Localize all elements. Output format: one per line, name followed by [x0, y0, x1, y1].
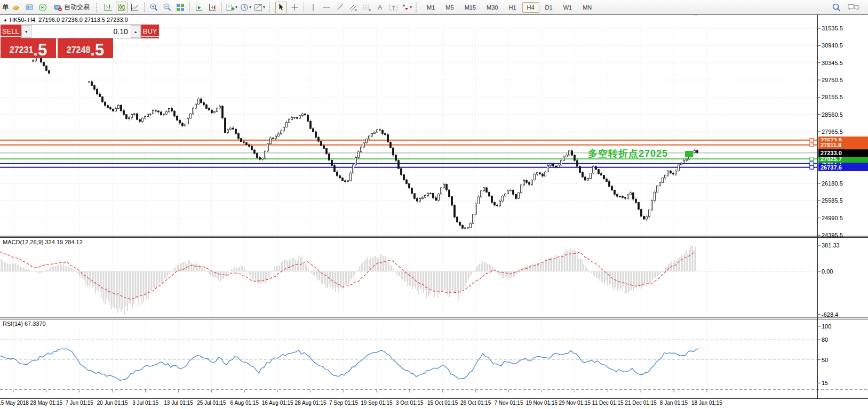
periods-icon[interactable]: ▾	[240, 2, 252, 13]
bar-chart-icon[interactable]	[102, 2, 114, 13]
candlestick-chart-icon[interactable]	[116, 2, 128, 13]
chart-scroll-marker: ˆ	[695, 14, 697, 20]
hline-price-label[interactable]: 27511.8	[818, 141, 868, 149]
hline-price-label[interactable]: 26737.6	[818, 164, 868, 171]
auto-scroll-icon[interactable]	[193, 2, 205, 13]
profile-icon[interactable]	[23, 2, 35, 13]
toolbar: 单 自动交易 ▾ ▾	[0, 0, 868, 15]
templates-dropdown-caret[interactable]: ▾	[263, 5, 265, 10]
macd-tick-label: -628.4	[822, 311, 838, 318]
rsi-tick-label: 80	[822, 336, 828, 343]
rsi-tick-label: 15	[822, 380, 828, 386]
sell-price-button[interactable]: 27231 .5	[1, 38, 56, 58]
periods-dropdown-caret[interactable]: ▾	[249, 5, 251, 10]
macd-tick-label: 381.33	[822, 242, 840, 248]
pane-splitter[interactable]	[0, 235, 868, 238]
hline-handle[interactable]	[810, 143, 814, 147]
timeframe-m5[interactable]: M5	[441, 2, 458, 13]
cursor-icon[interactable]	[275, 2, 287, 13]
timeframe-m15[interactable]: M15	[460, 2, 481, 13]
buy-price-fraction: .5	[90, 44, 104, 57]
timeframe-group: M1M5M15M30H1H4D1W1MN	[422, 2, 596, 13]
annotation-text[interactable]: 多空转折点27025	[588, 147, 668, 160]
timeframe-m30[interactable]: M30	[482, 2, 503, 13]
toolbar-grip	[96, 3, 99, 12]
trendline-icon[interactable]	[334, 2, 346, 13]
tile-windows-icon[interactable]	[174, 2, 186, 13]
indicators-icon[interactable]: ▾	[225, 2, 238, 13]
autotrading-button[interactable]: 自动交易	[50, 2, 93, 13]
chat-icon[interactable]	[847, 2, 861, 13]
toolbar-separator	[304, 2, 304, 12]
price-tick-label: 24395.5	[822, 232, 843, 238]
buy-button[interactable]: BUY	[141, 25, 159, 38]
pane-splitter[interactable]	[0, 317, 868, 319]
timeframe-h1[interactable]: H1	[504, 2, 521, 13]
timeframe-h4[interactable]: H4	[522, 2, 539, 13]
hline-price-label[interactable]: 27233.0	[818, 149, 868, 157]
svg-text:F: F	[369, 9, 371, 12]
collapse-panel-icon[interactable]: ▲	[3, 18, 7, 22]
ohlc-values: 27196.0 27236.0 27113.5 27233.0	[38, 17, 128, 23]
macd-indicator-label: MACD(12,26,9) 324.19 284.12	[3, 239, 83, 245]
text-icon[interactable]: A	[374, 2, 386, 13]
hline-handle[interactable]	[810, 157, 814, 161]
toolbar-separator	[189, 2, 190, 12]
fibonacci-icon[interactable]: F	[361, 2, 372, 13]
autotrading-robot-icon	[53, 3, 62, 12]
sell-button[interactable]: SELL	[1, 25, 21, 38]
volume-input[interactable]	[31, 25, 131, 38]
zoom-out-icon[interactable]	[161, 2, 173, 13]
crosshair-icon[interactable]	[289, 2, 300, 13]
equidistant-channel-icon[interactable]: E	[347, 2, 359, 13]
symbol-period: HK50-,H4	[10, 17, 35, 23]
horizontal-line-icon[interactable]	[321, 2, 332, 13]
line-chart-icon[interactable]	[129, 2, 141, 13]
chart-shift-icon[interactable]	[206, 2, 218, 13]
macd-tick-label: 0.00	[822, 268, 833, 275]
timeframe-mn[interactable]: MN	[578, 2, 596, 13]
hline-handle[interactable]	[810, 165, 814, 169]
price-tick-label: 28560.5	[822, 111, 843, 118]
toolbar-grip	[269, 3, 272, 12]
price-tick-label: 30345.5	[822, 60, 843, 66]
rsi-tick-label: 100	[822, 323, 831, 330]
buy-price-button[interactable]: 27248 .5	[58, 38, 113, 58]
templates-icon[interactable]: ▾	[253, 2, 266, 13]
arrows-dropdown-caret[interactable]: ▾	[410, 5, 412, 10]
chart-canvas[interactable]	[0, 15, 868, 409]
indicators-dropdown-caret[interactable]: ▾	[235, 5, 237, 10]
sell-price: 27231	[10, 46, 34, 54]
signals-icon[interactable]	[37, 2, 49, 13]
annotation-marker[interactable]	[685, 151, 693, 157]
buy-price: 27248	[67, 46, 91, 54]
timeframe-m1[interactable]: M1	[422, 2, 440, 13]
svg-text:T: T	[392, 5, 395, 10]
svg-text:E: E	[355, 8, 357, 11]
text-label-icon[interactable]: T	[387, 2, 399, 13]
arrows-icon[interactable]: ▾	[401, 2, 412, 13]
search-icon[interactable]	[831, 2, 842, 13]
price-tick-label: 26180.5	[822, 180, 843, 187]
timeframe-d1[interactable]: D1	[540, 2, 558, 13]
sell-price-fraction: .5	[33, 44, 47, 57]
volume-increase-button[interactable]: ▲	[131, 25, 141, 38]
hline-handle[interactable]	[810, 138, 814, 142]
one-click-trading-panel: SELL ▼ ▲ BUY 27231 .5 27248 .5	[1, 25, 113, 58]
zoom-in-icon[interactable]	[148, 2, 160, 13]
new-chart-icon[interactable]	[10, 2, 22, 13]
toolbar-separator	[144, 2, 145, 12]
price-tick-label: 29750.5	[822, 77, 843, 83]
volume-decrease-button[interactable]: ▼	[21, 25, 31, 38]
price-tick-label: 27965.5	[822, 129, 843, 135]
price-tick-label: 29155.5	[822, 94, 843, 100]
vertical-line-icon[interactable]	[307, 2, 319, 13]
toolbar-grip	[416, 3, 419, 12]
hline-handle[interactable]	[810, 162, 814, 165]
new-order-button[interactable]: 单	[2, 3, 9, 12]
price-tick-label: 25585.5	[822, 197, 843, 204]
chart-header: ▲HK50-,H4 27196.0 27236.0 27113.5 27233.…	[3, 17, 128, 23]
timeframe-w1[interactable]: W1	[559, 2, 577, 13]
price-scale[interactable]: 31535.530940.530345.529750.529155.528560…	[818, 15, 868, 399]
price-tick-label: 30940.5	[822, 42, 843, 49]
